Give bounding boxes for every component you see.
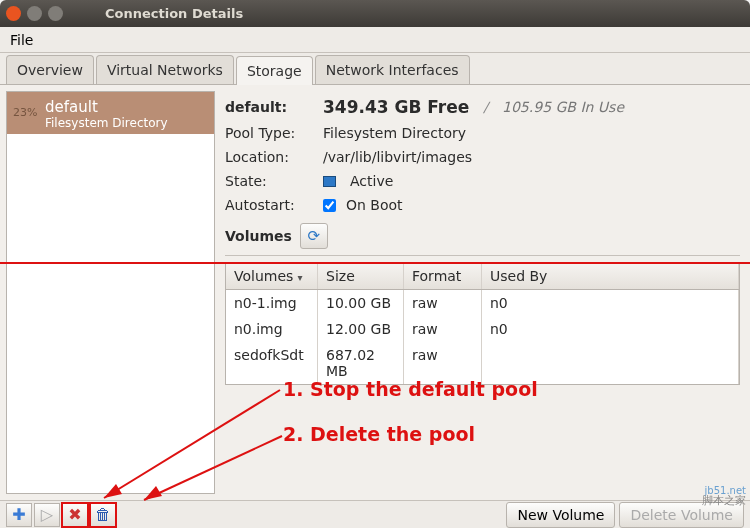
- menu-file[interactable]: File: [10, 32, 33, 48]
- vol-size: 687.02 MB: [318, 342, 404, 384]
- pool-list: 23% default Filesystem Directory: [6, 91, 215, 494]
- pool-autostart-value: On Boot: [346, 197, 403, 213]
- pool-sep: /: [483, 99, 488, 115]
- pool-location-value: /var/lib/libvirt/images: [323, 149, 472, 165]
- volumes-table: Volumes Size Format Used By n0-1.img 10.…: [225, 262, 740, 385]
- col-format[interactable]: Format: [404, 263, 482, 289]
- stop-icon: ✖: [68, 505, 81, 524]
- pool-type-label: Pool Type:: [225, 125, 313, 141]
- pool-inuse: 105.95 GB In Use: [502, 99, 624, 115]
- bottom-toolbar: ✚ ▷ ✖ 🗑 New Volume Delete Volume: [0, 500, 750, 528]
- table-row[interactable]: n0-1.img 10.00 GB raw n0: [226, 290, 739, 316]
- vol-usedby: [482, 342, 739, 384]
- tab-network-interfaces[interactable]: Network Interfaces: [315, 55, 470, 84]
- table-header-row: Volumes Size Format Used By: [226, 263, 739, 290]
- pool-item-name: default: [45, 98, 206, 116]
- vol-name: n0-1.img: [226, 290, 318, 316]
- monitor-icon: [323, 176, 336, 187]
- pool-usage-percent: 23%: [13, 106, 37, 119]
- pool-autostart-label: Autostart:: [225, 197, 313, 213]
- window-titlebar: Connection Details: [0, 0, 750, 27]
- refresh-icon: ⟳: [308, 227, 321, 245]
- col-usedby[interactable]: Used By: [482, 263, 739, 289]
- tab-storage[interactable]: Storage: [236, 56, 313, 85]
- pool-free: 349.43 GB Free: [323, 97, 469, 117]
- vol-name: n0.img: [226, 316, 318, 342]
- pool-state-label: State:: [225, 173, 313, 189]
- window-maximize-button[interactable]: [48, 6, 63, 21]
- table-row[interactable]: sedofkSdt 687.02 MB raw: [226, 342, 739, 384]
- pool-item-subtype: Filesystem Directory: [45, 116, 206, 130]
- stop-pool-button[interactable]: ✖: [62, 503, 88, 527]
- vol-format: raw: [404, 290, 482, 316]
- vol-usedby: n0: [482, 316, 739, 342]
- col-volumes[interactable]: Volumes: [226, 263, 318, 289]
- volumes-heading: Volumes: [225, 228, 292, 244]
- annotation-line: [0, 262, 750, 264]
- plus-icon: ✚: [12, 505, 25, 524]
- content-area: 23% default Filesystem Directory default…: [0, 85, 750, 500]
- refresh-volumes-button[interactable]: ⟳: [300, 223, 328, 249]
- window-title: Connection Details: [105, 6, 243, 21]
- tab-overview[interactable]: Overview: [6, 55, 94, 84]
- watermark-text: 脚本之家: [702, 493, 746, 508]
- pool-location-label: Location:: [225, 149, 313, 165]
- vol-size: 12.00 GB: [318, 316, 404, 342]
- vol-format: raw: [404, 316, 482, 342]
- autostart-checkbox[interactable]: [323, 199, 336, 212]
- pool-type-value: Filesystem Directory: [323, 125, 466, 141]
- vol-size: 10.00 GB: [318, 290, 404, 316]
- vol-format: raw: [404, 342, 482, 384]
- trash-icon: 🗑: [95, 505, 111, 524]
- tab-strip: Overview Virtual Networks Storage Networ…: [0, 53, 750, 85]
- vol-name: sedofkSdt: [226, 342, 318, 384]
- window-close-button[interactable]: [6, 6, 21, 21]
- pool-detail: default: 349.43 GB Free / 105.95 GB In U…: [215, 85, 750, 500]
- add-pool-button[interactable]: ✚: [6, 503, 32, 527]
- delete-pool-button[interactable]: 🗑: [90, 503, 116, 527]
- pool-list-item-default[interactable]: 23% default Filesystem Directory: [7, 92, 214, 134]
- play-icon: ▷: [41, 505, 53, 524]
- pool-name-label: default:: [225, 99, 313, 115]
- pool-state-value: Active: [350, 173, 393, 189]
- menubar: File: [0, 27, 750, 53]
- table-row[interactable]: n0.img 12.00 GB raw n0: [226, 316, 739, 342]
- window-minimize-button[interactable]: [27, 6, 42, 21]
- col-size[interactable]: Size: [318, 263, 404, 289]
- vol-usedby: n0: [482, 290, 739, 316]
- tab-virtual-networks[interactable]: Virtual Networks: [96, 55, 234, 84]
- new-volume-button[interactable]: New Volume: [506, 502, 615, 528]
- start-pool-button[interactable]: ▷: [34, 503, 60, 527]
